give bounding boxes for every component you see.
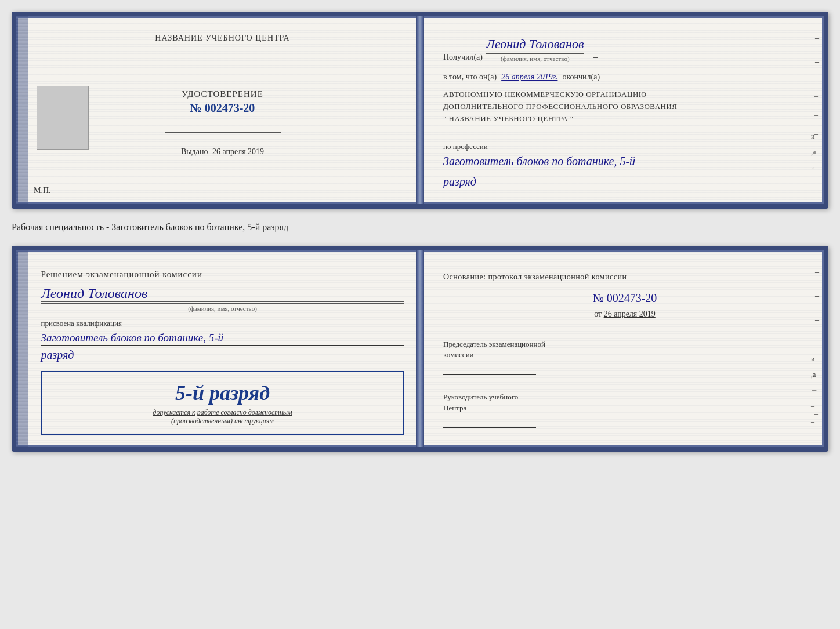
photo-placeholder [37,86,89,150]
top-card-right: – – – Получил(а) Леонид Толованов (фамил… [414,16,824,204]
top-card-left: НАЗВАНИЕ УЧЕБНОГО ЦЕНТРА УДОСТОВЕРЕНИЕ №… [16,16,414,204]
org-line1: АВТОНОМНУЮ НЕКОММЕРЧЕСКУЮ ОРГАНИЗАЦИЮ ДО… [443,89,806,125]
certificate-title: УДОСТОВЕРЕНИЕ [41,89,404,99]
basis-text: Основание: протокол экзаменационной коми… [443,271,806,283]
issued-date: 26 апреля 2019 [212,147,264,156]
bottom-left-border-texture [16,250,28,447]
specialty-text: Рабочая специальность - Заготовитель бло… [12,219,828,235]
bottom-card-right: – – – Основание: протокол экзаменационно… [414,250,824,447]
date-from: от 26 апреля 2019 [443,310,806,319]
cert-text1: в том, что он(а) [443,72,497,82]
from-prefix: от [594,310,602,318]
qualification-prefix: присвоена квалификация [41,319,404,328]
top-document-card: НАЗВАНИЕ УЧЕБНОГО ЦЕНТРА УДОСТОВЕРЕНИЕ №… [12,12,828,209]
commission-line1: Решением экзаменационной комиссии [41,268,404,281]
recipient-name: Леонид Толованов [486,37,584,52]
razryad-value: разряд [443,175,806,190]
training-center-label: НАЗВАНИЕ УЧЕБНОГО ЦЕНТРА [41,34,404,43]
chairman-sig-line [443,363,536,375]
bottom-document-card: Решением экзаменационной комиссии Леонид… [12,246,828,452]
bottom-side-i: и [811,355,818,363]
name-label-bottom: (фамилия, имя, отчество) [41,303,404,312]
name-label-top: (фамилия, имя, отчество) [486,53,584,62]
director-signature: Руководитель учебного Центра [443,383,806,427]
received-prefix: Получил(а) [443,53,483,62]
side-label-arrow: ← [811,163,818,172]
top-right-dashes: – – – [815,34,819,90]
mp-label: М.П. [34,186,51,195]
from-date: 26 апреля 2019 [604,310,656,318]
profession-value: Заготовитель блоков по ботанике, 5-й [443,154,806,170]
issued-prefix: Выдано [181,147,208,156]
cert-date: 26 апреля 2019г. [501,72,557,82]
director-role: Руководитель учебного Центра [443,392,806,413]
qualification-value: Заготовитель блоков по ботанике, 5-й [41,331,404,346]
stamp-italic: (производственным) инструкциям [54,417,392,426]
profession-label: по профессии [443,142,806,151]
left-border-texture [16,16,28,204]
recipient-name-block: Леонид Толованов (фамилия, имя, отчество… [486,37,584,62]
side-label-d1: – [811,179,818,188]
bottom-right-dashes: – – – [815,268,819,325]
stamp-sub: допускается к работе согласно должностны… [54,408,392,417]
cert-text2: окончил(а) [562,72,600,82]
chairman-role: Председатель экзаменационной комиссии [443,339,806,360]
bottom-card-left: Решением экзаменационной комиссии Леонид… [16,250,414,447]
protocol-number: № 002473-20 [443,292,806,305]
certificate-number: № 002473-20 [41,101,404,115]
razryad-bottom: разряд [41,348,404,362]
person-name: Леонид Толованов [41,286,404,301]
dash-1: – [593,52,598,62]
page-container: НАЗВАНИЕ УЧЕБНОГО ЦЕНТРА УДОСТОВЕРЕНИЕ №… [12,12,828,452]
director-sig-line [443,416,536,428]
chairman-signature: Председатель экзаменационной комиссии [443,330,806,375]
stamp-box: 5-й разряд допускается к работе согласно… [41,371,404,435]
stamp-grade: 5-й разряд [54,381,392,405]
